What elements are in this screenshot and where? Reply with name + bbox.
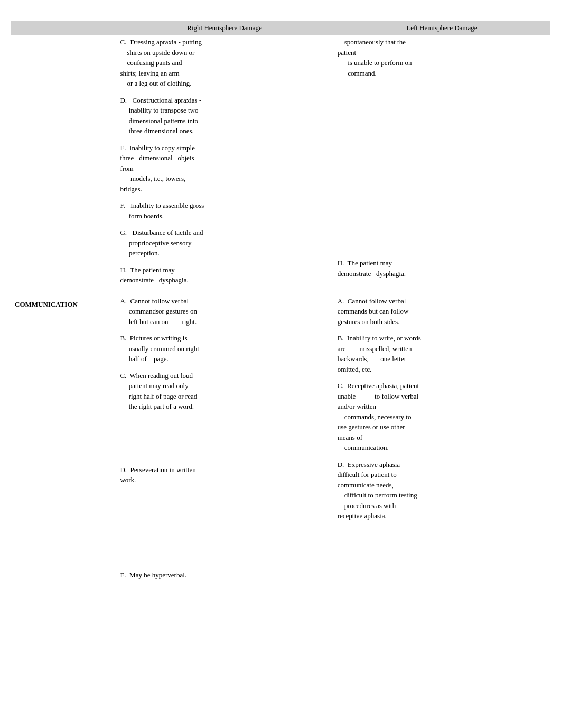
section-row-1: C. Dressing apraxia - putting shirts on … — [11, 35, 550, 294]
comm-left-C: C. Receptive aphasia, patient unable to … — [338, 381, 546, 453]
comm-right-A: A. Cannot follow verbal commandsor gestu… — [120, 296, 329, 327]
comm-right-D: D. Perseveration in written work. — [120, 465, 329, 485]
section-row-communication: COMMUNICATION A. Cannot follow verbal co… — [11, 294, 550, 589]
right-item-E: E. Inability to copy simple three dimens… — [120, 143, 329, 195]
header-left: Left Hemisphere Damage — [333, 21, 550, 35]
left-item-continuation: spontaneously that the patient is unable… — [338, 37, 546, 78]
right-item-H: H. The patient may demonstrate dysphagia… — [120, 265, 329, 285]
header-category — [11, 21, 116, 35]
category-cell-1 — [11, 35, 116, 294]
right-col-1: C. Dressing apraxia - putting shirts on … — [116, 35, 333, 294]
right-item-G: G. Disturbance of tactile and propriocep… — [120, 227, 329, 259]
header-row: Right Hemisphere Damage Left Hemisphere … — [11, 21, 550, 35]
comm-left-A: A. Cannot follow verbal commands but can… — [338, 296, 546, 327]
left-item-H: H. The patient may demonstrate dysphagia… — [338, 258, 546, 279]
page: Right Hemisphere Damage Left Hemisphere … — [0, 0, 561, 728]
main-table: Right Hemisphere Damage Left Hemisphere … — [11, 21, 550, 588]
comm-right-B: B. Pictures or writing is usually cramme… — [120, 333, 329, 364]
left-col-1: spontaneously that the patient is unable… — [333, 35, 550, 294]
comm-left-B: B. Inability to write, or words are miss… — [338, 333, 546, 374]
right-item-D: D. Constructional apraxias - inability t… — [120, 95, 329, 136]
right-col-communication: A. Cannot follow verbal commandsor gestu… — [116, 294, 333, 589]
comm-right-C: C. When reading out loud patient may rea… — [120, 371, 329, 412]
left-col-communication: A. Cannot follow verbal commands but can… — [333, 294, 550, 589]
right-item-F: F. Inability to assemble gross form boar… — [120, 200, 329, 221]
header-right: Right Hemisphere Damage — [116, 21, 333, 35]
right-item-C: C. Dressing apraxia - putting shirts on … — [120, 37, 329, 89]
comm-left-D: D. Expressive aphasia - difficult for pa… — [338, 459, 546, 521]
category-cell-communication: COMMUNICATION — [11, 294, 116, 589]
comm-right-E: E. May be hyperverbal. — [120, 570, 329, 580]
